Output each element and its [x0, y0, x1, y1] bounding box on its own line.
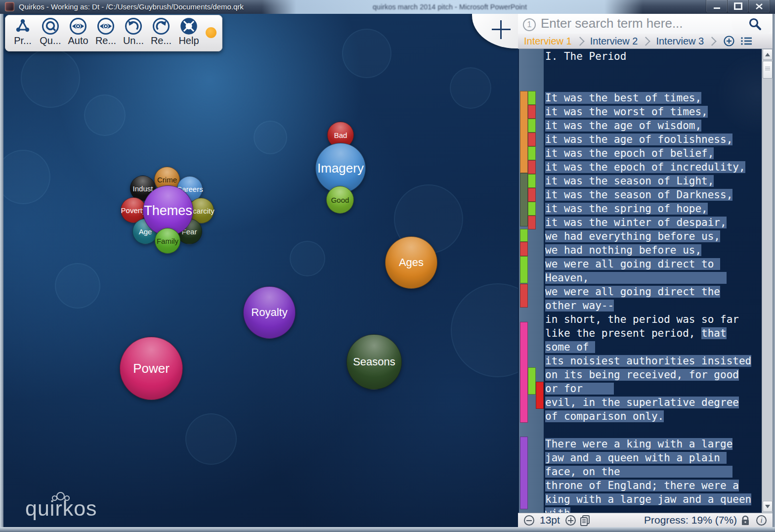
quirk-bubble-label: Poverty	[121, 206, 146, 215]
font-size-label: 13pt	[540, 514, 560, 526]
source-list-button[interactable]	[740, 35, 753, 47]
font-increase-button[interactable]	[565, 515, 576, 526]
bokeh-circle	[450, 67, 491, 109]
scroll-up-button[interactable]	[763, 49, 773, 60]
tab-interview-2[interactable]: Interview 2	[590, 36, 638, 47]
search-bar: 1 Enter search term here...	[518, 14, 773, 34]
bokeh-circle	[3, 150, 50, 204]
info-icon[interactable]: i	[756, 515, 767, 526]
toolbar-button-un[interactable]: Un...	[120, 17, 147, 46]
tab-separator-chevron	[575, 37, 584, 45]
project-icon	[13, 17, 32, 36]
quirk-bubble-label: Family	[157, 237, 178, 245]
doc-line: or for	[545, 382, 614, 396]
toolbar-button-qu[interactable]: Qu...	[37, 17, 64, 46]
doc-line: in short, the period was so far	[545, 312, 739, 326]
search-source-badge[interactable]: 1	[523, 18, 536, 31]
doc-line: Heaven,	[545, 271, 727, 285]
save-status-dot	[206, 27, 216, 38]
document-view[interactable]: I. The PeriodIt was the best of times,it…	[518, 49, 773, 513]
doc-line: it was the spring of hope,	[545, 202, 708, 216]
toolbar-button-re[interactable]: Re...	[147, 17, 175, 46]
doc-line: of comparison only.	[545, 409, 664, 423]
document-statusbar: 13pt Progress: 19% (7%) i	[518, 513, 773, 527]
close-button[interactable]	[748, 0, 770, 13]
maximize-button[interactable]	[727, 0, 749, 13]
doc-line: jaw and a queen with a plain	[545, 451, 727, 465]
help-icon	[179, 17, 198, 36]
doc-line: it was the epoch of belief,	[545, 146, 714, 160]
bokeh-circle	[342, 29, 391, 78]
toolbar-button-label: Re...	[95, 35, 116, 46]
copy-document-icon[interactable]	[579, 515, 591, 527]
toolbar-button-label: Qu...	[40, 35, 61, 46]
quirk-bubble-seasons[interactable]: Seasons	[346, 334, 402, 390]
bokeh-circle	[290, 241, 325, 276]
background-window-title: quirkos march 2014 pitch - Microsoft Pow…	[277, 3, 623, 11]
quirk-bubble-label: Indust	[133, 184, 153, 193]
doc-line: we were all going direct to	[545, 257, 720, 271]
add-quirk-button[interactable]	[472, 14, 518, 48]
doc-line: king with a large jaw and a queen	[545, 492, 751, 506]
scrollbar-thumb[interactable]	[763, 61, 773, 79]
quirk-bubble-royalty[interactable]: Royalty	[243, 286, 296, 339]
doc-line: we were all going direct the	[545, 285, 720, 299]
window-frame-right	[773, 14, 775, 532]
quirk-icon	[41, 17, 60, 36]
window-frame-bottom	[0, 527, 775, 532]
doc-line: it was the age of wisdom,	[545, 119, 701, 133]
doc-line: we had everything before us,	[545, 229, 720, 243]
quirk-bubble-good[interactable]: Good	[326, 186, 354, 214]
toolbar-button-label: Pr...	[14, 35, 32, 46]
toolbar-button-help[interactable]: Help	[175, 17, 203, 46]
quirk-bubble-label: Royalty	[251, 306, 287, 319]
scroll-down-button[interactable]	[763, 501, 773, 512]
quirk-bubble-label: Good	[331, 196, 349, 204]
doc-line: it was the season of Darkness,	[545, 188, 732, 202]
progress-label: Progress: 19% (7%)	[644, 514, 737, 526]
doc-line: It was the best of times,	[545, 91, 701, 105]
tab-interview-3[interactable]: Interview 3	[656, 36, 704, 47]
quirk-bubble-label: Seasons	[353, 355, 395, 368]
logo-bubble-large	[56, 492, 65, 500]
titlebar[interactable]: quirkos march 2014 pitch - Microsoft Pow…	[0, 0, 775, 14]
main-toolbar: Pr...Qu...AutoRe...Un...Re...Help	[5, 15, 222, 51]
tab-separator-chevron	[642, 37, 650, 45]
bokeh-circle	[84, 94, 126, 136]
toolbar-button-auto[interactable]: Auto	[64, 17, 92, 46]
doc-line: it was the worst of times,	[545, 105, 708, 119]
add-source-button[interactable]	[723, 35, 735, 47]
quirk-bubble-ages[interactable]: Ages	[385, 236, 437, 289]
app-icon	[5, 2, 14, 11]
tab-interview-1[interactable]: Interview 1	[524, 36, 572, 47]
quirk-bubble-label: Crime	[157, 176, 177, 184]
doc-line: I. The Period	[545, 49, 626, 63]
bubble-canvas[interactable]: CrimeIndustCareersPovertyScarcityAgeFear…	[3, 14, 518, 527]
doc-line: it was the season of Light,	[545, 174, 714, 188]
font-decrease-button[interactable]	[524, 515, 534, 526]
doc-line: it was the epoch of incredulity,	[545, 160, 745, 174]
quirk-bubble-label: Imagery	[317, 161, 364, 176]
window-frame-left	[0, 14, 3, 532]
quirk-bubble-label: Themes	[144, 203, 192, 219]
doc-line: face, on the	[545, 465, 732, 479]
doc-line: on its being received, for good	[545, 368, 739, 382]
search-input[interactable]: Enter search term here...	[541, 16, 683, 31]
bokeh-circle	[185, 413, 237, 465]
quirk-bubble-label: Power	[133, 361, 170, 376]
quirk-bubble-power[interactable]: Power	[120, 337, 183, 400]
lock-icon[interactable]	[740, 515, 751, 526]
quirk-bubble-family[interactable]: Family	[155, 228, 180, 254]
quirk-bubble-label: Ages	[399, 256, 424, 269]
toolbar-button-label: Un...	[123, 35, 144, 46]
doc-line: throne of England; there were a	[545, 479, 739, 492]
tab-separator-chevron	[707, 37, 716, 45]
document-scrollbar[interactable]	[762, 49, 773, 513]
toolbar-button-re[interactable]: Re...	[92, 17, 120, 46]
minimize-button[interactable]	[706, 0, 728, 13]
eye-icon	[69, 17, 87, 36]
toolbar-button-pr[interactable]: Pr...	[9, 17, 37, 46]
search-icon[interactable]	[748, 17, 762, 31]
logo-bubble-small-2	[64, 495, 70, 501]
doc-line: like the present period, that	[545, 326, 727, 340]
